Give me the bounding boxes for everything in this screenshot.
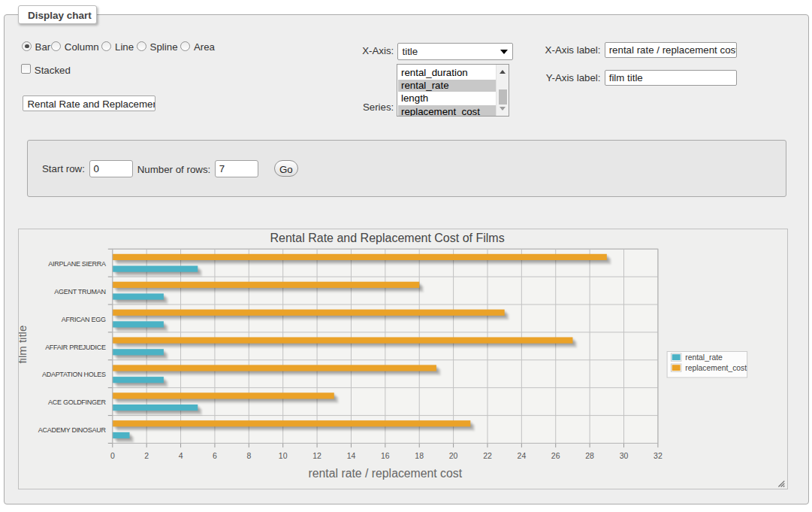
svg-text:12: 12 — [313, 451, 322, 460]
svg-text:10: 10 — [279, 451, 288, 460]
svg-text:ACADEMY DINOSAUR: ACADEMY DINOSAUR — [38, 426, 107, 434]
svg-text:AFFAIR PREJUDICE: AFFAIR PREJUDICE — [46, 343, 107, 350]
svg-text:AGENT TRUMAN: AGENT TRUMAN — [55, 288, 106, 295]
svg-text:32: 32 — [654, 451, 663, 460]
svg-text:Rental Rate and Replacement Co: Rental Rate and Replacement Cost of Film… — [270, 232, 505, 244]
svg-text:AIRPLANE SIERRA: AIRPLANE SIERRA — [49, 260, 107, 268]
svg-text:28: 28 — [586, 451, 595, 460]
svg-text:30: 30 — [620, 451, 629, 460]
svg-text:ADAPTATION HOLES: ADAPTATION HOLES — [42, 371, 106, 378]
svg-text:2: 2 — [145, 451, 149, 460]
svg-text:film title: film title — [19, 326, 29, 364]
svg-text:14: 14 — [347, 451, 356, 460]
svg-text:18: 18 — [415, 451, 424, 460]
svg-text:rental rate / replacement cost: rental rate / replacement cost — [309, 466, 463, 479]
svg-text:rental_rate: rental_rate — [686, 353, 723, 362]
svg-text:24: 24 — [518, 451, 527, 460]
svg-text:26: 26 — [551, 451, 560, 460]
svg-text:16: 16 — [381, 451, 390, 460]
svg-text:4: 4 — [179, 451, 183, 460]
svg-text:20: 20 — [449, 451, 458, 460]
svg-text:0: 0 — [110, 451, 115, 460]
svg-text:ACE GOLDFINGER: ACE GOLDFINGER — [48, 398, 106, 406]
svg-text:6: 6 — [213, 451, 217, 460]
svg-text:8: 8 — [247, 451, 252, 460]
svg-text:replacement_cost: replacement_cost — [686, 364, 747, 372]
svg-text:AFRICAN EGG: AFRICAN EGG — [62, 316, 106, 323]
svg-text:22: 22 — [484, 451, 493, 460]
